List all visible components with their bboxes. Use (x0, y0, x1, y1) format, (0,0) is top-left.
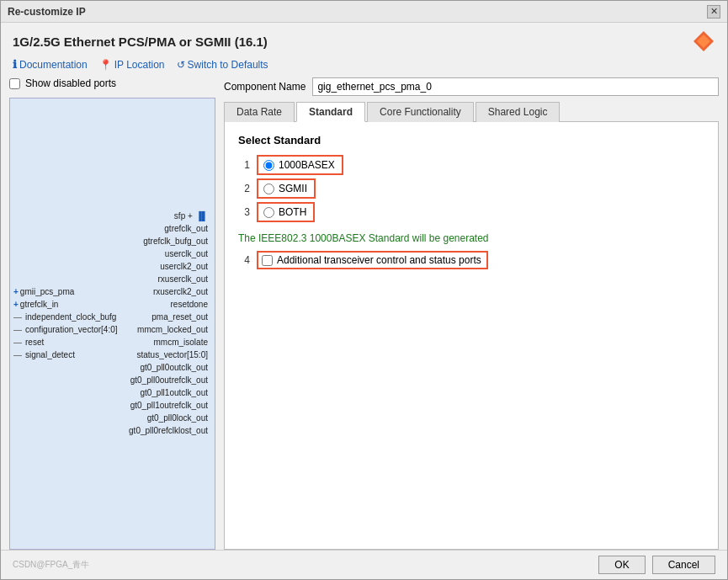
select-standard-title: Select Standard (238, 134, 704, 146)
option-1-radio[interactable] (263, 160, 274, 171)
component-name-input[interactable] (312, 77, 719, 96)
tab-core-functionality[interactable]: Core Functionality (367, 102, 474, 122)
ip-location-link[interactable]: 📍 IP Location (99, 59, 165, 71)
close-button[interactable]: ✕ (707, 5, 720, 19)
right-panel: Component Name Data Rate Standard Core F… (224, 76, 719, 550)
port-gt0-pll0clk: gt0_pll0outclk_out (13, 362, 211, 374)
left-panel: Show disabled ports sfp + ▐▌ gtrefclk_ou… (9, 76, 215, 550)
port-gt0-pll1refclk: gt0_pll1outrefclk_out (13, 400, 211, 412)
checkbox-number: 4 (238, 254, 250, 266)
xilinx-logo (692, 29, 715, 53)
option-2-radio-box: SGMII (257, 178, 316, 199)
option-3-radio[interactable] (263, 207, 274, 218)
refresh-icon: ↺ (177, 59, 185, 71)
tab-content: Select Standard 1 1000BASEX 2 SGMII (224, 122, 719, 550)
option-1-radio-box: 1000BASEX (257, 155, 343, 175)
window-title: Re-customize IP (8, 6, 86, 18)
status-text: The IEEE802.3 1000BASEX Standard will be… (238, 232, 704, 244)
tab-shared-logic[interactable]: Shared Logic (476, 102, 561, 122)
port-gmii-pcs: + gmii_pcs_pma rxuserclk2_out (13, 286, 211, 298)
toolbar: ℹ Documentation 📍 IP Location ↺ Switch t… (1, 56, 727, 76)
option-1-label: 1000BASEX (279, 159, 335, 171)
port-userclk: userclk_out (13, 248, 211, 260)
port-gt0-pll0lock: gt0_pll0lock_out (13, 412, 211, 424)
gtrefclk-expand-icon[interactable]: + (13, 299, 19, 311)
show-disabled-row: Show disabled ports (9, 77, 215, 89)
component-diagram: sfp + ▐▌ gtrefclk_out gtrefclk_bufg_out … (9, 98, 215, 550)
port-gt0-pll1clk: gt0_pll1outclk_out (13, 387, 211, 399)
checkbox-box: Additional transceiver control and statu… (257, 251, 488, 269)
port-gtrefclk-bufg: gtrefclk_bufg_out (13, 236, 211, 247)
port-rxuserclk: rxuserclk_out (13, 274, 211, 285)
option-1-number: 1 (238, 159, 250, 171)
option-3-radio-box: BOTH (257, 202, 315, 222)
switch-defaults-label: Switch to Defaults (188, 59, 268, 71)
option-1-row: 1 1000BASEX (238, 155, 704, 175)
tab-data-rate[interactable]: Data Rate (224, 102, 295, 122)
checkbox-row: 4 Additional transceiver control and sta… (238, 251, 704, 269)
location-icon: 📍 (99, 59, 112, 71)
content-area: Show disabled ports sfp + ▐▌ gtrefclk_ou… (1, 76, 727, 550)
option-2-radio[interactable] (263, 184, 274, 194)
port-gtrefclk-out: gtrefclk_out (13, 223, 211, 235)
main-window: Re-customize IP ✕ 1G/2.5G Ethernet PCS/P… (0, 0, 728, 580)
sfp-scroll[interactable]: ▐▌ (196, 210, 208, 222)
checkbox-label: Additional transceiver control and statu… (277, 254, 481, 266)
tab-standard[interactable]: Standard (296, 102, 365, 122)
show-disabled-checkbox[interactable] (9, 78, 20, 89)
component-name-row: Component Name (224, 77, 719, 96)
ind-clock-dash: — (13, 311, 22, 323)
port-reset: — reset mmcm_isolate (13, 337, 211, 349)
port-list: sfp + ▐▌ gtrefclk_out gtrefclk_bufg_out … (13, 207, 211, 440)
app-title: 1G/2.5G Ethernet PCS/PMA or SGMII (16.1) (13, 35, 268, 49)
port-ind-clock: — independent_clock_bufg pma_reset_out (13, 311, 211, 323)
port-sfp: sfp + ▐▌ (13, 210, 211, 222)
option-2-number: 2 (238, 183, 250, 194)
option-2-row: 2 SGMII (238, 178, 704, 199)
tabs-bar: Data Rate Standard Core Functionality Sh… (224, 101, 719, 122)
switch-defaults-link[interactable]: ↺ Switch to Defaults (177, 59, 268, 71)
transceiver-checkbox[interactable] (262, 255, 273, 266)
watermark-text: CSDN@FPGA_青牛 (13, 559, 89, 571)
port-config-vec: — configuration_vector[4:0] mmcm_locked_… (13, 324, 211, 336)
cancel-button[interactable]: Cancel (652, 556, 715, 574)
option-3-row: 3 BOTH (238, 202, 704, 222)
option-3-number: 3 (238, 206, 250, 218)
option-2-label: SGMII (279, 183, 307, 194)
show-disabled-label: Show disabled ports (25, 77, 116, 89)
title-bar: Re-customize IP ✕ (1, 1, 727, 23)
port-signal-detect: — signal_detect status_vector[15:0] (13, 349, 211, 361)
component-name-label: Component Name (224, 81, 306, 93)
port-gt0-pll0refclklost: gt0_pll0refclklost_out (13, 425, 211, 437)
doc-label: Documentation (19, 59, 88, 71)
port-userclk2: userclk2_out (13, 261, 211, 273)
ok-button[interactable]: OK (598, 556, 645, 574)
doc-link[interactable]: ℹ Documentation (13, 58, 88, 71)
bottom-bar: CSDN@FPGA_青牛 OK Cancel (1, 550, 727, 579)
app-header: 1G/2.5G Ethernet PCS/PMA or SGMII (16.1) (1, 23, 727, 56)
ip-location-label: IP Location (114, 59, 165, 71)
info-icon: ℹ (13, 58, 17, 71)
gmii-expand-icon[interactable]: + (13, 286, 19, 298)
option-3-label: BOTH (279, 206, 306, 218)
port-gt0-pll0refclk: gt0_pll0outrefclk_out (13, 375, 211, 386)
port-gtrefclk-in: + gtrefclk_in resetdone (13, 299, 211, 311)
